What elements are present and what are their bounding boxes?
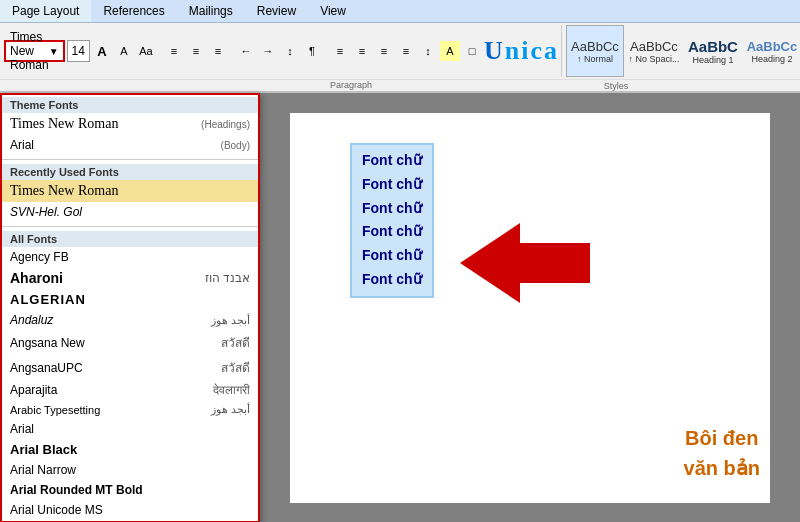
- font-item-devanagari-preview: देवलागरी: [213, 383, 250, 397]
- font-item-name: Arial Narrow: [10, 463, 76, 477]
- all-fonts-section: All Fonts Agency FB Aharoni אבנד הוז ALG…: [2, 229, 258, 522]
- recent-fonts-header: Recently Used Fonts: [2, 164, 258, 180]
- style-heading1-label: Heading 1: [692, 55, 733, 65]
- recent-fonts-section: Recently Used Fonts Times New Roman SVN-…: [2, 162, 258, 224]
- font-item-aharoni[interactable]: Aharoni אבנד הוז: [2, 267, 258, 289]
- font-item-name: Times New Roman: [10, 183, 118, 199]
- font-item-times-recent[interactable]: Times New Roman: [2, 180, 258, 202]
- font-selector-dropdown-icon[interactable]: ▼: [49, 46, 59, 57]
- font-item-algerian[interactable]: ALGERIAN: [2, 289, 258, 310]
- font-grow-button[interactable]: A: [92, 41, 112, 61]
- numbered-list-button[interactable]: ≡: [186, 41, 206, 61]
- font-shrink-button[interactable]: A: [114, 41, 134, 61]
- font-item-arial-unicode[interactable]: Arial Unicode MS: [2, 500, 258, 520]
- red-arrow: [460, 223, 590, 303]
- divider-all: [2, 226, 258, 227]
- align-left-button[interactable]: ≡: [330, 41, 350, 61]
- style-no-spacing[interactable]: AaBbCc ↑ No Spaci...: [625, 25, 683, 77]
- shading-button[interactable]: A: [440, 41, 460, 61]
- theme-fonts-section: Theme Fonts Times New Roman (Headings) A…: [2, 95, 258, 157]
- font-item-arabic-preview2: أبجد هوز: [211, 403, 250, 416]
- style-heading2-preview: AaBbCc: [747, 39, 798, 54]
- viet-line-2: văn bản: [684, 453, 760, 483]
- menu-view[interactable]: View: [308, 0, 358, 22]
- style-normal-preview: AaBbCc: [571, 39, 619, 54]
- sort-button[interactable]: ↕: [280, 41, 300, 61]
- style-no-spacing-preview: AaBbCc: [630, 39, 678, 54]
- align-right-button[interactable]: ≡: [374, 41, 394, 61]
- font-size-value: 14: [72, 44, 85, 58]
- all-fonts-header: All Fonts: [2, 231, 258, 247]
- paragraph-section-label: Paragraph: [266, 80, 436, 91]
- menu-references[interactable]: References: [91, 0, 176, 22]
- svg-marker-0: [460, 223, 590, 303]
- font-item-name: Arial: [10, 422, 34, 436]
- font-item-name: Arial Rounded MT Bold: [10, 483, 143, 497]
- vietnamese-annotation: Bôi đen văn bản: [684, 423, 760, 483]
- font-item-thai-preview2: สวัสดี: [221, 358, 250, 377]
- font-item-name: ALGERIAN: [10, 292, 86, 307]
- font-item-name: AngsanaUPC: [10, 361, 83, 375]
- style-heading2[interactable]: AaBbCc Heading 2: [743, 25, 800, 77]
- font-item-name: Agency FB: [10, 250, 69, 264]
- font-item-arial[interactable]: Arial: [2, 419, 258, 439]
- style-normal-label: ↑ Normal: [577, 54, 613, 64]
- font-item-rtl-preview: אבנד הוז: [205, 271, 250, 285]
- clear-format-button[interactable]: Aa: [136, 41, 156, 61]
- font-chu-box: Font chữ Font chữ Font chữ Font chữ Font…: [350, 143, 434, 298]
- border-button[interactable]: □: [462, 41, 482, 61]
- unica-logo: Unica: [484, 36, 559, 66]
- font-item-evn-name: SVN-Hel. Gol: [10, 205, 82, 219]
- font-item-arabic-typesetting[interactable]: Arabic Typesetting أبجد هوز: [2, 400, 258, 419]
- font-size-selector[interactable]: 14: [67, 40, 90, 62]
- style-heading1[interactable]: AaBbC Heading 1: [684, 25, 742, 77]
- divider-recent: [2, 159, 258, 160]
- font-item-angsana-new[interactable]: Angsana New สวัสดี: [2, 330, 258, 355]
- font-selector[interactable]: Times New Roman ▼: [4, 40, 65, 62]
- font-item-andaluz[interactable]: Andaluz أبجد هوز: [2, 310, 258, 330]
- align-justify-button[interactable]: ≡: [396, 41, 416, 61]
- font-chu-line-4: Font chữ: [362, 220, 422, 244]
- style-normal[interactable]: AaBbCc ↑ Normal: [566, 25, 624, 77]
- menu-review[interactable]: Review: [245, 0, 308, 22]
- indent-decrease-button[interactable]: ←: [236, 41, 256, 61]
- font-item-arial-narrow[interactable]: Arial Narrow: [2, 460, 258, 480]
- bullet-list-button[interactable]: ≡: [164, 41, 184, 61]
- font-item-aparajita[interactable]: Aparajita देवलागरी: [2, 380, 258, 400]
- align-center-button[interactable]: ≡: [352, 41, 372, 61]
- font-item-name: Aparajita: [10, 383, 57, 397]
- doc-page: Font chữ Font chữ Font chữ Font chữ Font…: [290, 113, 770, 503]
- viet-line-1: Bôi đen: [684, 423, 760, 453]
- line-spacing-button[interactable]: ↕: [418, 41, 438, 61]
- menu-bar: Page Layout References Mailings Review V…: [0, 0, 800, 23]
- font-chu-line-5: Font chữ: [362, 244, 422, 268]
- outline-list-button[interactable]: ≡: [208, 41, 228, 61]
- font-dropdown-panel: Theme Fonts Times New Roman (Headings) A…: [0, 93, 260, 522]
- menu-mailings[interactable]: Mailings: [177, 0, 245, 22]
- font-item-meta: (Body): [221, 140, 250, 151]
- font-item-name: Arial Black: [10, 442, 77, 457]
- font-item-meta: (Headings): [201, 119, 250, 130]
- font-chu-line-3: Font chữ: [362, 197, 422, 221]
- font-item-name: Aharoni: [10, 270, 63, 286]
- font-item-angsanaupc[interactable]: AngsanaUPC สวัสดี: [2, 355, 258, 380]
- style-no-spacing-label: ↑ No Spaci...: [628, 54, 679, 64]
- font-item-evn[interactable]: SVN-Hel. Gol: [2, 202, 258, 222]
- font-item-arabic-preview: أبجد هوز: [211, 314, 250, 327]
- font-item-agency-fb[interactable]: Agency FB: [2, 247, 258, 267]
- indent-increase-button[interactable]: →: [258, 41, 278, 61]
- font-item-name: Arial: [10, 138, 34, 152]
- font-item-arial-rounded[interactable]: Arial Rounded MT Bold: [2, 480, 258, 500]
- font-item-arial-black[interactable]: Arial Black: [2, 439, 258, 460]
- menu-page-layout[interactable]: Page Layout: [0, 0, 91, 22]
- font-item-times-heading[interactable]: Times New Roman (Headings): [2, 113, 258, 135]
- font-item-name: Andaluz: [10, 313, 53, 327]
- font-item-name: Times New Roman: [10, 116, 118, 132]
- font-item-arial-body[interactable]: Arial (Body): [2, 135, 258, 155]
- font-item-name: Angsana New: [10, 336, 85, 350]
- show-hide-button[interactable]: ¶: [302, 41, 322, 61]
- font-item-name: Arial Unicode MS: [10, 503, 103, 517]
- style-heading1-preview: AaBbC: [688, 38, 738, 55]
- font-chu-line-2: Font chữ: [362, 173, 422, 197]
- font-selector-value: Times New Roman: [10, 30, 49, 72]
